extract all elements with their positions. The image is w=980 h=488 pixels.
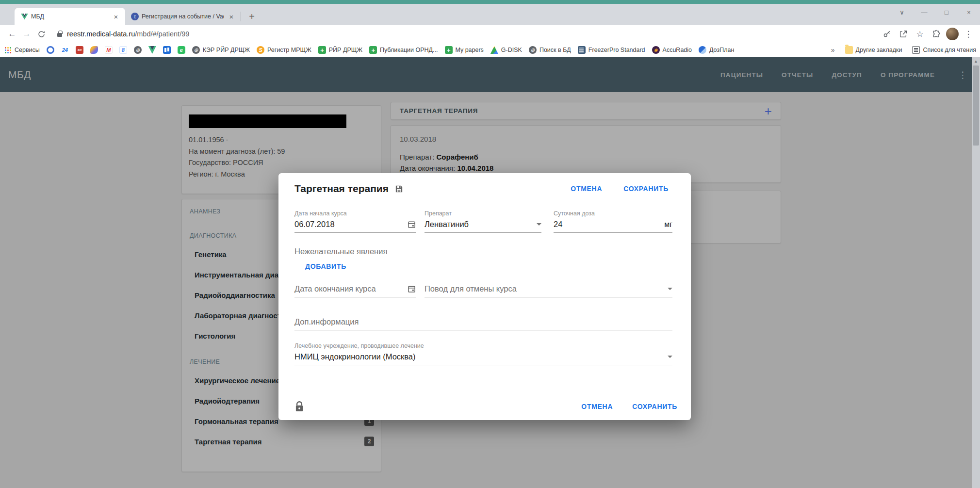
dialog-cancel-button-bottom[interactable]: ОТМЕНА [581, 403, 613, 410]
bookmark-item[interactable]: Сервисы [4, 46, 40, 54]
lock-record-icon[interactable] [294, 401, 304, 412]
calendar-icon[interactable] [408, 285, 416, 293]
cancel-reason-placeholder[interactable]: Повод для отмены курса [425, 284, 668, 293]
bookmark-item[interactable]: SРегистр МРЩЖ [257, 46, 311, 54]
reading-list-icon [912, 46, 920, 54]
dialog-cancel-button-top[interactable]: ОТМЕНА [571, 185, 602, 193]
dose-value[interactable]: 24 [554, 220, 664, 229]
dropdown-caret-icon[interactable] [668, 356, 672, 358]
bookmarks-bar: Сервисы24SNM8⊕e⊕КЭР РЙР ДРЩЖSРегистр МРЩ… [0, 43, 980, 57]
reload-icon[interactable] [34, 27, 49, 41]
freezer-icon [578, 46, 586, 54]
start-date-value[interactable]: 06.07.2018 [294, 220, 408, 229]
dose-field[interactable]: Суточная доза 24 мг [554, 210, 672, 233]
bookmark-star-icon[interactable]: ☆ [913, 27, 927, 41]
green-plus-icon: + [318, 46, 326, 54]
bookmark-item[interactable]: 8 [119, 46, 127, 54]
back-icon[interactable]: ← [5, 27, 19, 41]
save-floppy-icon [394, 184, 404, 194]
bookmark-item[interactable]: FreezerPro Standard [578, 46, 645, 54]
bookmark-item[interactable]: M [105, 46, 113, 54]
minimize-icon[interactable]: — [913, 4, 935, 20]
bookmark-item[interactable]: ДозПлан [699, 46, 734, 54]
bookmark-label: AccuRadio [663, 47, 692, 53]
window-chevron-icon[interactable]: ∨ [891, 4, 913, 20]
green-plus-icon: + [369, 46, 377, 54]
other-bookmarks-button[interactable]: Другие закладки [845, 46, 902, 54]
tab-registration[interactable]: τ Регистрация на событие / Vade × [125, 8, 241, 25]
bookmark-label: Регистр МРЩЖ [267, 47, 311, 53]
red-stamp-icon: SN [76, 46, 83, 54]
facility-select-field[interactable]: Лечебное учреждение, проводившее лечение… [294, 342, 672, 365]
bookmark-label: G-DISK [501, 47, 522, 53]
add-adverse-event-button[interactable]: ДОБАВИТЬ [305, 262, 346, 270]
drug-value[interactable]: Ленватиниб [425, 220, 537, 229]
bookmark-item[interactable]: ◉AccuRadio [652, 46, 692, 54]
cancel-reason-select-field[interactable]: Повод для отмены курса [425, 284, 672, 297]
gmail-icon: M [105, 46, 113, 54]
bookmark-item[interactable]: ⊕КЭР РЙР ДРЩЖ [192, 46, 250, 54]
profile-avatar[interactable] [946, 28, 959, 40]
app-viewport: МБД ПАЦИЕНТЫ ОТЧЕТЫ ДОСТУП О ПРОГРАММЕ ⋮… [0, 57, 980, 488]
bookmark-item[interactable]: 24 [61, 46, 69, 54]
drug-select-field[interactable]: Препарат Ленватиниб [425, 210, 541, 233]
tab-title: Регистрация на событие / Vade [142, 13, 224, 20]
reading-list-button[interactable]: Список для чтения [912, 46, 976, 54]
bookmark-label: Публикации ОРНД... [380, 47, 438, 53]
address-bar-actions: ☆ ⋮ [880, 27, 975, 41]
share-icon[interactable] [897, 27, 910, 41]
new-tab-button[interactable]: + [245, 10, 259, 23]
field-label: Дата начала курса [294, 210, 416, 217]
dropdown-caret-icon[interactable] [537, 223, 541, 226]
tab-close-icon[interactable]: × [227, 12, 236, 21]
bookmark-item[interactable] [163, 46, 171, 54]
key-icon[interactable] [880, 27, 894, 41]
dialog-save-button-top[interactable]: СОХРАНИТЬ [623, 185, 669, 193]
extensions-puzzle-icon[interactable] [930, 27, 943, 41]
blue-eight-icon: 8 [119, 46, 127, 54]
start-date-field[interactable]: Дата начала курса 06.07.2018 [294, 210, 416, 233]
dropdown-caret-icon[interactable] [668, 288, 672, 290]
facility-value[interactable]: НМИЦ эндокринологии (Москва) [294, 352, 668, 361]
close-icon[interactable]: × [958, 4, 980, 20]
extra-info-placeholder[interactable]: Доп.информация [294, 317, 672, 326]
end-date-placeholder[interactable]: Дата окончания курса [294, 284, 408, 293]
bookmark-item[interactable]: ⊕ [134, 46, 142, 54]
gdrive-icon [490, 46, 498, 54]
dialog-save-button-bottom[interactable]: СОХРАНИТЬ [632, 403, 677, 410]
butterfly-icon [90, 46, 98, 54]
bookmark-item[interactable]: +My papers [445, 46, 484, 54]
globe-icon: ⊕ [134, 46, 142, 54]
field-label: Суточная доза [554, 210, 672, 217]
end-date-field[interactable]: Дата окончания курса [294, 284, 416, 297]
forward-icon[interactable]: → [19, 27, 34, 41]
extra-info-field[interactable]: Доп.информация [294, 317, 672, 330]
bookmark-item[interactable]: ⊕Поиск в БД [529, 46, 571, 54]
bookmark-item[interactable] [47, 46, 54, 54]
bookmarks-overflow-icon[interactable]: » [831, 46, 835, 54]
bookmark-item[interactable] [90, 46, 98, 54]
lock-icon[interactable] [57, 33, 62, 37]
bookmark-label: Поиск в БД [539, 47, 571, 53]
bookmark-item[interactable]: +РЙР ДРЩЖ [318, 46, 362, 54]
url-text[interactable]: reestr.medical-data.ru/mbd/#/patient/99 [67, 30, 189, 38]
page-scrollbar[interactable]: ▲ [972, 57, 980, 488]
calendar-icon[interactable] [408, 220, 416, 228]
tab-close-icon[interactable]: × [112, 12, 120, 21]
bookmark-item[interactable]: +Публикации ОРНД... [369, 46, 438, 54]
green-plus-icon: + [445, 46, 453, 54]
field-label: Препарат [425, 210, 541, 217]
dose-unit: мг [664, 220, 672, 229]
orange-s-icon: S [257, 46, 264, 54]
browser-menu-icon[interactable]: ⋮ [962, 27, 975, 41]
scrollbar-up-arrow[interactable]: ▲ [972, 57, 980, 65]
maximize-icon[interactable]: □ [935, 4, 958, 20]
tab-mbd[interactable]: МБД × [15, 8, 125, 25]
browser-window: МБД × τ Регистрация на событие / Vade × … [0, 0, 980, 488]
bookmark-item[interactable] [148, 46, 156, 54]
divider [840, 46, 840, 54]
bookmark-item[interactable]: G-DISK [490, 46, 522, 54]
bookmark-item[interactable]: e [178, 46, 185, 54]
scrollbar-thumb[interactable] [973, 65, 979, 146]
bookmark-item[interactable]: SN [76, 46, 83, 54]
